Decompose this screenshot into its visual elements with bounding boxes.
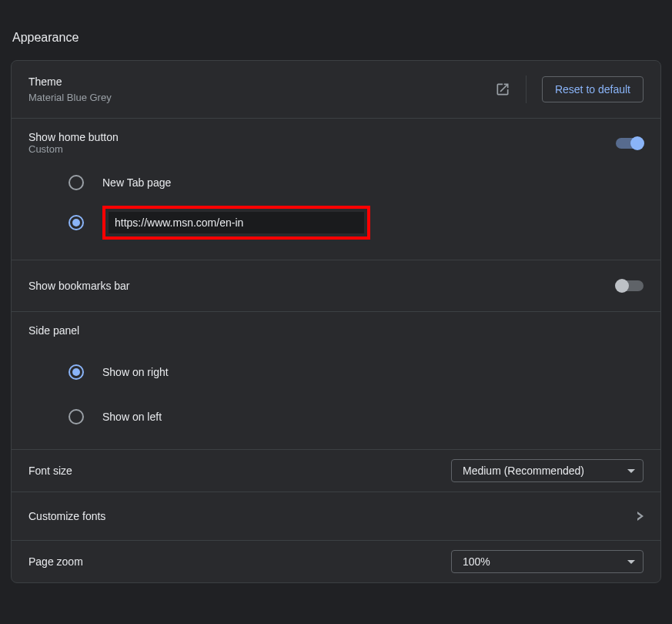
theme-row: Theme Material Blue Grey Reset to defaul… xyxy=(12,61,660,119)
show-on-right-row: Show on right xyxy=(69,352,644,392)
home-button-toggle[interactable] xyxy=(616,138,644,149)
divider xyxy=(526,75,527,103)
new-tab-radio[interactable] xyxy=(69,175,84,190)
show-on-left-row: Show on left xyxy=(69,397,644,437)
appearance-card: Theme Material Blue Grey Reset to defaul… xyxy=(11,60,661,583)
dropdown-arrow-icon xyxy=(627,469,635,473)
page-zoom-title: Page zoom xyxy=(28,553,451,570)
home-url-input[interactable] xyxy=(109,212,364,233)
home-button-sub: Custom xyxy=(28,143,616,155)
dropdown-arrow-icon xyxy=(627,560,635,564)
customize-fonts-row[interactable]: Customize fonts xyxy=(12,492,660,541)
home-button-title: Show home button xyxy=(28,131,616,143)
page-zoom-value: 100% xyxy=(463,555,627,568)
font-size-title: Font size xyxy=(28,462,451,479)
theme-title: Theme xyxy=(28,73,495,90)
home-button-section: Show home button Custom New Tab page xyxy=(12,119,660,260)
show-on-right-label: Show on right xyxy=(102,366,169,378)
home-button-header: Show home button Custom xyxy=(28,131,644,155)
reset-to-default-button[interactable]: Reset to default xyxy=(542,76,644,102)
new-tab-radio-label: New Tab page xyxy=(102,176,171,189)
show-on-right-radio[interactable] xyxy=(69,364,84,380)
bookmarks-bar-row: Show bookmarks bar xyxy=(12,260,660,312)
bookmarks-bar-title: Show bookmarks bar xyxy=(28,277,616,294)
page-zoom-select[interactable]: 100% xyxy=(451,550,644,573)
custom-url-radio-row xyxy=(69,203,644,243)
font-size-select[interactable]: Medium (Recommended) xyxy=(451,459,644,482)
home-button-radio-group: New Tab page xyxy=(28,155,644,247)
chevron-right-icon xyxy=(637,512,644,521)
custom-url-highlight xyxy=(102,206,370,240)
page-zoom-row: Page zoom 100% xyxy=(12,541,660,582)
side-panel-title: Side panel xyxy=(28,324,644,337)
new-tab-radio-row: New Tab page xyxy=(69,163,644,203)
theme-text: Theme Material Blue Grey xyxy=(28,73,495,106)
side-panel-section: Side panel Show on right Show on left xyxy=(12,312,660,450)
custom-url-radio[interactable] xyxy=(69,215,84,230)
theme-subtitle: Material Blue Grey xyxy=(28,90,495,106)
show-on-left-label: Show on left xyxy=(102,411,162,423)
side-panel-radio-group: Show on right Show on left xyxy=(28,337,644,437)
font-size-row: Font size Medium (Recommended) xyxy=(12,450,660,492)
open-in-new-icon[interactable] xyxy=(495,82,510,97)
page-title: Appearance xyxy=(0,0,672,60)
show-on-left-radio[interactable] xyxy=(69,409,84,424)
bookmarks-bar-toggle[interactable] xyxy=(616,280,644,291)
customize-fonts-title: Customize fonts xyxy=(28,508,637,525)
font-size-value: Medium (Recommended) xyxy=(463,465,627,477)
